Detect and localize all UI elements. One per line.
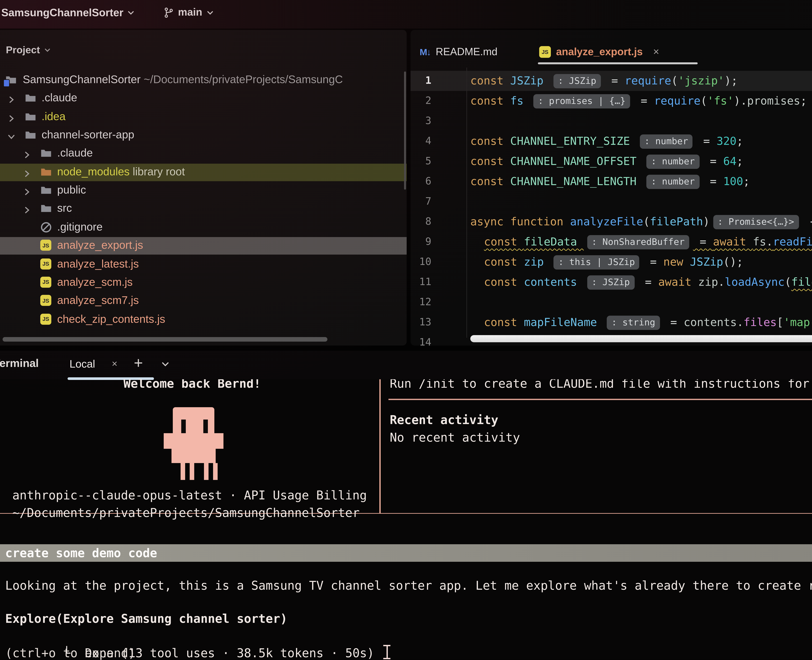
js-icon: JS <box>40 313 52 325</box>
code-text: async function analyzeFile(filePath): Pr… <box>470 212 812 233</box>
project-selector[interactable]: SamsungChannelSorter <box>1 6 135 19</box>
line-number: 7 <box>410 192 431 212</box>
line-number: 11 <box>410 272 431 292</box>
tree-item-analyze-latest-js[interactable]: JSanalyze_latest.js <box>0 255 407 273</box>
code-text: const fileData : NonSharedBuffer = await… <box>484 232 812 252</box>
project-tree: SamsungChannelSorter ~/Documents/private… <box>0 30 407 346</box>
assistant-response: Looking at the project, this is a Samsun… <box>5 579 812 592</box>
claude-init-tip: Run /init to create a CLAUDE.md file wit… <box>390 379 812 390</box>
line-number: 5 <box>410 151 431 171</box>
tree-item-label: .gitignore <box>57 221 103 234</box>
chevron-right-icon[interactable] <box>23 168 30 175</box>
code-line-7[interactable]: 7 <box>410 192 812 212</box>
text-cursor <box>383 645 391 659</box>
tree-item-label: analyze_latest.js <box>57 257 139 270</box>
tree-item-label: .claude <box>41 92 77 105</box>
code-text: const contents : JSZip = await zip.loadA… <box>484 272 812 292</box>
code-line-9[interactable]: 9const fileData : NonSharedBuffer = awai… <box>410 232 812 252</box>
chevron-right-icon[interactable] <box>23 205 30 212</box>
recent-activity-header: Recent activity <box>390 413 498 427</box>
welcome-message: Welcome back Bernd! <box>124 379 261 390</box>
tree-item--claude[interactable]: .claude <box>0 145 407 163</box>
tree-item-analyze-scm7-js[interactable]: JSanalyze_scm7.js <box>0 292 407 310</box>
ide-window: SamsungChannelSorter main Current f Proj… <box>0 0 812 660</box>
code-line-5[interactable]: 5const CHANNEL_NAME_OFFSET : number = 64… <box>410 151 812 171</box>
chevron-right-icon[interactable] <box>23 186 30 194</box>
line-number: 10 <box>410 252 431 272</box>
code-line-2[interactable]: 2const fs : promises | {…} = require('fs… <box>410 91 812 111</box>
line-number: 3 <box>410 111 431 131</box>
code-line-8[interactable]: 8async function analyzeFile(filePath): P… <box>410 212 812 232</box>
code-line-6[interactable]: 6const CHANNEL_NAME_LENGTH : number = 10… <box>410 171 812 192</box>
code-text: const mapFileName : string = contents.fi… <box>484 313 812 333</box>
ignored-file-icon <box>40 221 52 233</box>
chevron-right-icon[interactable] <box>8 113 15 120</box>
line-number: 2 <box>410 91 431 111</box>
tree-item-label: analyze_scm.js <box>57 276 133 289</box>
tree-item-label: .claude <box>57 147 93 160</box>
code-line-4[interactable]: 4const CHANNEL_ENTRY_SIZE : number = 320… <box>410 131 812 151</box>
chevron-right-icon[interactable] <box>23 150 30 157</box>
code-line-3[interactable]: 3 <box>410 111 812 131</box>
recent-activity-empty: No recent activity <box>390 431 520 444</box>
tree-item-label: public <box>57 184 86 197</box>
chevron-right-icon[interactable] <box>8 94 15 102</box>
code-text: const CHANNEL_ENTRY_SIZE : number = 320; <box>470 131 743 151</box>
code-text: const CHANNEL_NAME_LENGTH : number = 100… <box>470 171 750 192</box>
tree-item-samsungchannelsorter[interactable]: SamsungChannelSorter ~/Documents/private… <box>0 71 407 89</box>
chevron-down-icon[interactable] <box>161 360 170 368</box>
folder-icon <box>25 111 37 122</box>
terminal-tool-window: Terminal Local × + Welcome back Bernd! <box>0 351 812 660</box>
tree-item-label: analyze_scm7.js <box>57 294 139 307</box>
project-horizontal-scrollbar[interactable] <box>3 337 327 342</box>
tree-item--claude[interactable]: .claude <box>0 90 407 107</box>
line-number: 12 <box>410 292 431 313</box>
folder-icon <box>40 166 52 178</box>
code-text: const JSZip : JSZip = require('jszip'); <box>470 71 738 91</box>
git-branch-icon <box>164 7 173 18</box>
code-text: const CHANNEL_NAME_OFFSET : number = 64; <box>470 151 743 171</box>
folder-icon <box>40 148 52 159</box>
chevron-down-icon <box>127 9 135 16</box>
tree-item-src[interactable]: src <box>0 200 407 218</box>
project-vertical-scrollbar[interactable] <box>404 71 406 190</box>
terminal-output[interactable]: Welcome back Bernd! Run /init to create … <box>0 379 812 660</box>
chevron-down-icon <box>207 9 214 16</box>
code-line-11[interactable]: 11const contents : JSZip = await zip.loa… <box>410 272 812 292</box>
tree-item-public[interactable]: public <box>0 182 407 199</box>
tree-item--gitignore[interactable]: .gitignore <box>0 219 407 236</box>
tree-item-label: analyze_export.js <box>57 239 143 252</box>
folder-icon <box>25 92 37 104</box>
tree-item-analyze-scm-js[interactable]: JSanalyze_scm.js <box>0 274 407 292</box>
folder-icon <box>40 184 52 196</box>
close-icon[interactable]: × <box>112 358 118 369</box>
folder-icon <box>5 74 17 86</box>
editor-horizontal-scrollbar[interactable] <box>470 335 812 342</box>
tree-item-analyze-export-js[interactable]: JSanalyze_export.js <box>0 237 407 255</box>
line-number: 14 <box>410 333 431 346</box>
tree-item-label: check_zip_contents.js <box>57 313 165 326</box>
tree-item-channel-sorter-app[interactable]: channel-sorter-app <box>0 127 407 144</box>
code-line-12[interactable]: 12 <box>410 292 812 313</box>
code-line-10[interactable]: 10const zip : this | JSZip = new JSZip()… <box>410 252 812 272</box>
code-line-13[interactable]: 13const mapFileName : string = contents.… <box>410 313 812 333</box>
new-terminal-button[interactable]: + <box>134 354 143 372</box>
js-icon: JS <box>40 258 52 270</box>
claude-box-divider <box>379 379 380 513</box>
code-text: const fs : promises | {…} = require('fs'… <box>470 91 807 111</box>
tree-item--idea[interactable]: .idea <box>0 108 407 126</box>
tree-item-node-modules[interactable]: node_modules library root <box>0 163 407 181</box>
chevron-down-icon[interactable] <box>8 131 15 138</box>
user-prompt-bar: create some demo code <box>0 544 812 562</box>
terminal-tab-local[interactable]: Local <box>70 358 95 370</box>
git-branch-widget[interactable]: main <box>164 6 214 18</box>
tree-item-check-zip-contents-js[interactable]: JScheck_zip_contents.js <box>0 311 407 328</box>
code-area[interactable]: 1const JSZip : JSZip = require('jszip');… <box>410 30 812 346</box>
tree-item-label: .idea <box>41 110 66 123</box>
tree-item-label: SamsungChannelSorter ~/Documents/private… <box>23 73 343 86</box>
folder-icon <box>25 129 37 141</box>
code-line-1[interactable]: 1const JSZip : JSZip = require('jszip'); <box>410 71 812 91</box>
claude-model-line: anthropic--claude-opus-latest · API Usag… <box>12 489 367 502</box>
js-icon: JS <box>40 295 52 307</box>
claude-tip-separator <box>388 399 812 400</box>
